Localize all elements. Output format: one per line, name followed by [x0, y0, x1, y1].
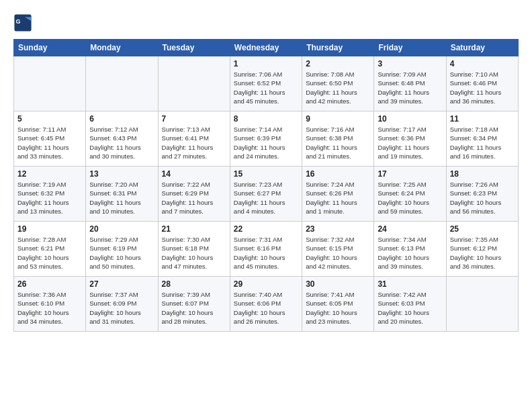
- day-number: 13: [89, 169, 154, 179]
- col-header-friday: Friday: [374, 40, 446, 56]
- day-number: 5: [17, 114, 82, 124]
- day-info: Sunrise: 7:22 AM Sunset: 6:29 PM Dayligh…: [162, 180, 226, 216]
- calendar-cell: 13Sunrise: 7:20 AM Sunset: 6:31 PM Dayli…: [86, 167, 158, 222]
- calendar-cell: 25Sunrise: 7:35 AM Sunset: 6:12 PM Dayli…: [446, 222, 518, 277]
- day-info: Sunrise: 7:31 AM Sunset: 6:16 PM Dayligh…: [234, 235, 298, 271]
- day-number: 3: [378, 59, 442, 68]
- col-header-wednesday: Wednesday: [230, 40, 302, 56]
- day-number: 23: [306, 224, 370, 234]
- col-header-saturday: Saturday: [446, 40, 518, 56]
- calendar-cell: 16Sunrise: 7:24 AM Sunset: 6:26 PM Dayli…: [302, 167, 374, 222]
- calendar-cell: 6Sunrise: 7:12 AM Sunset: 6:43 PM Daylig…: [86, 111, 158, 167]
- day-info: Sunrise: 7:12 AM Sunset: 6:43 PM Dayligh…: [89, 125, 154, 161]
- calendar-cell: 5Sunrise: 7:11 AM Sunset: 6:45 PM Daylig…: [14, 111, 86, 167]
- calendar-cell: 3Sunrise: 7:09 AM Sunset: 6:48 PM Daylig…: [374, 56, 446, 111]
- calendar-header-row: SundayMondayTuesdayWednesdayThursdayFrid…: [14, 40, 519, 56]
- day-info: Sunrise: 7:11 AM Sunset: 6:45 PM Dayligh…: [17, 125, 82, 161]
- calendar-cell: 1Sunrise: 7:06 AM Sunset: 6:52 PM Daylig…: [230, 56, 302, 111]
- calendar-cell: 24Sunrise: 7:34 AM Sunset: 6:13 PM Dayli…: [374, 222, 446, 277]
- day-number: 31: [378, 279, 442, 289]
- calendar-cell: 11Sunrise: 7:18 AM Sunset: 6:34 PM Dayli…: [446, 111, 518, 167]
- calendar-cell: 27Sunrise: 7:37 AM Sunset: 6:09 PM Dayli…: [86, 277, 158, 332]
- day-info: Sunrise: 7:24 AM Sunset: 6:26 PM Dayligh…: [306, 180, 370, 216]
- day-info: Sunrise: 7:34 AM Sunset: 6:13 PM Dayligh…: [378, 235, 442, 271]
- calendar-cell: 26Sunrise: 7:36 AM Sunset: 6:10 PM Dayli…: [14, 277, 86, 332]
- day-number: 11: [450, 114, 515, 124]
- logo: G: [13, 13, 35, 32]
- day-info: Sunrise: 7:28 AM Sunset: 6:21 PM Dayligh…: [17, 235, 82, 271]
- day-info: Sunrise: 7:18 AM Sunset: 6:34 PM Dayligh…: [450, 125, 515, 161]
- day-info: Sunrise: 7:30 AM Sunset: 6:18 PM Dayligh…: [162, 235, 226, 271]
- calendar-table: SundayMondayTuesdayWednesdayThursdayFrid…: [13, 39, 519, 332]
- day-info: Sunrise: 7:08 AM Sunset: 6:50 PM Dayligh…: [306, 70, 370, 105]
- calendar-cell: 7Sunrise: 7:13 AM Sunset: 6:41 PM Daylig…: [158, 111, 230, 167]
- calendar-cell: 4Sunrise: 7:10 AM Sunset: 6:46 PM Daylig…: [446, 56, 518, 111]
- day-number: 6: [89, 114, 154, 124]
- calendar-cell: 31Sunrise: 7:42 AM Sunset: 6:03 PM Dayli…: [374, 277, 446, 332]
- calendar-week-row: 12Sunrise: 7:19 AM Sunset: 6:32 PM Dayli…: [14, 167, 519, 222]
- calendar-cell: [446, 277, 518, 332]
- calendar-cell: 19Sunrise: 7:28 AM Sunset: 6:21 PM Dayli…: [14, 222, 86, 277]
- page: G SundayMondayTuesdayWednesdayThursdayFr…: [0, 0, 532, 411]
- day-info: Sunrise: 7:32 AM Sunset: 6:15 PM Dayligh…: [306, 235, 370, 271]
- calendar-cell: 8Sunrise: 7:14 AM Sunset: 6:39 PM Daylig…: [230, 111, 302, 167]
- day-number: 22: [234, 224, 298, 234]
- calendar-cell: 12Sunrise: 7:19 AM Sunset: 6:32 PM Dayli…: [14, 167, 86, 222]
- day-info: Sunrise: 7:36 AM Sunset: 6:10 PM Dayligh…: [17, 290, 82, 326]
- day-info: Sunrise: 7:26 AM Sunset: 6:23 PM Dayligh…: [450, 180, 515, 216]
- col-header-sunday: Sunday: [14, 40, 86, 56]
- day-info: Sunrise: 7:29 AM Sunset: 6:19 PM Dayligh…: [89, 235, 154, 271]
- calendar-cell: 10Sunrise: 7:17 AM Sunset: 6:36 PM Dayli…: [374, 111, 446, 167]
- day-info: Sunrise: 7:10 AM Sunset: 6:46 PM Dayligh…: [450, 70, 515, 105]
- day-info: Sunrise: 7:23 AM Sunset: 6:27 PM Dayligh…: [234, 180, 298, 216]
- calendar-week-row: 19Sunrise: 7:28 AM Sunset: 6:21 PM Dayli…: [14, 222, 519, 277]
- day-number: 2: [306, 59, 370, 68]
- day-number: 28: [162, 279, 226, 289]
- day-info: Sunrise: 7:40 AM Sunset: 6:06 PM Dayligh…: [234, 290, 298, 326]
- day-number: 4: [450, 59, 515, 68]
- col-header-monday: Monday: [86, 40, 158, 56]
- day-number: 30: [306, 279, 370, 289]
- calendar-cell: 29Sunrise: 7:40 AM Sunset: 6:06 PM Dayli…: [230, 277, 302, 332]
- day-info: Sunrise: 7:19 AM Sunset: 6:32 PM Dayligh…: [17, 180, 82, 216]
- col-header-tuesday: Tuesday: [158, 40, 230, 56]
- day-number: 24: [378, 224, 442, 234]
- day-number: 14: [162, 169, 226, 179]
- day-number: 25: [450, 224, 515, 234]
- col-header-thursday: Thursday: [302, 40, 374, 56]
- day-number: 18: [450, 169, 515, 179]
- day-number: 26: [17, 279, 82, 289]
- day-info: Sunrise: 7:14 AM Sunset: 6:39 PM Dayligh…: [234, 125, 298, 161]
- day-info: Sunrise: 7:37 AM Sunset: 6:09 PM Dayligh…: [89, 290, 154, 326]
- day-number: 10: [378, 114, 442, 124]
- calendar-cell: 22Sunrise: 7:31 AM Sunset: 6:16 PM Dayli…: [230, 222, 302, 277]
- calendar-week-row: 1Sunrise: 7:06 AM Sunset: 6:52 PM Daylig…: [14, 56, 519, 111]
- logo-icon: G: [13, 13, 32, 32]
- day-info: Sunrise: 7:09 AM Sunset: 6:48 PM Dayligh…: [378, 70, 442, 105]
- calendar-cell: 14Sunrise: 7:22 AM Sunset: 6:29 PM Dayli…: [158, 167, 230, 222]
- day-number: 1: [234, 59, 298, 68]
- svg-text:G: G: [16, 18, 21, 25]
- calendar-cell: [14, 56, 86, 111]
- header: G: [13, 11, 519, 32]
- calendar-cell: 28Sunrise: 7:39 AM Sunset: 6:07 PM Dayli…: [158, 277, 230, 332]
- calendar-week-row: 5Sunrise: 7:11 AM Sunset: 6:45 PM Daylig…: [14, 111, 519, 167]
- calendar-cell: 15Sunrise: 7:23 AM Sunset: 6:27 PM Dayli…: [230, 167, 302, 222]
- day-info: Sunrise: 7:13 AM Sunset: 6:41 PM Dayligh…: [162, 125, 226, 161]
- day-number: 29: [234, 279, 298, 289]
- calendar-cell: [158, 56, 230, 111]
- day-info: Sunrise: 7:16 AM Sunset: 6:38 PM Dayligh…: [306, 125, 370, 161]
- day-info: Sunrise: 7:17 AM Sunset: 6:36 PM Dayligh…: [378, 125, 442, 161]
- day-number: 20: [89, 224, 154, 234]
- calendar-week-row: 26Sunrise: 7:36 AM Sunset: 6:10 PM Dayli…: [14, 277, 519, 332]
- day-number: 7: [162, 114, 226, 124]
- calendar-cell: 20Sunrise: 7:29 AM Sunset: 6:19 PM Dayli…: [86, 222, 158, 277]
- day-info: Sunrise: 7:06 AM Sunset: 6:52 PM Dayligh…: [234, 70, 298, 105]
- calendar-cell: 21Sunrise: 7:30 AM Sunset: 6:18 PM Dayli…: [158, 222, 230, 277]
- calendar-cell: 2Sunrise: 7:08 AM Sunset: 6:50 PM Daylig…: [302, 56, 374, 111]
- calendar-cell: 30Sunrise: 7:41 AM Sunset: 6:05 PM Dayli…: [302, 277, 374, 332]
- day-info: Sunrise: 7:20 AM Sunset: 6:31 PM Dayligh…: [89, 180, 154, 216]
- calendar-cell: 18Sunrise: 7:26 AM Sunset: 6:23 PM Dayli…: [446, 167, 518, 222]
- calendar-cell: [86, 56, 158, 111]
- day-number: 12: [17, 169, 82, 179]
